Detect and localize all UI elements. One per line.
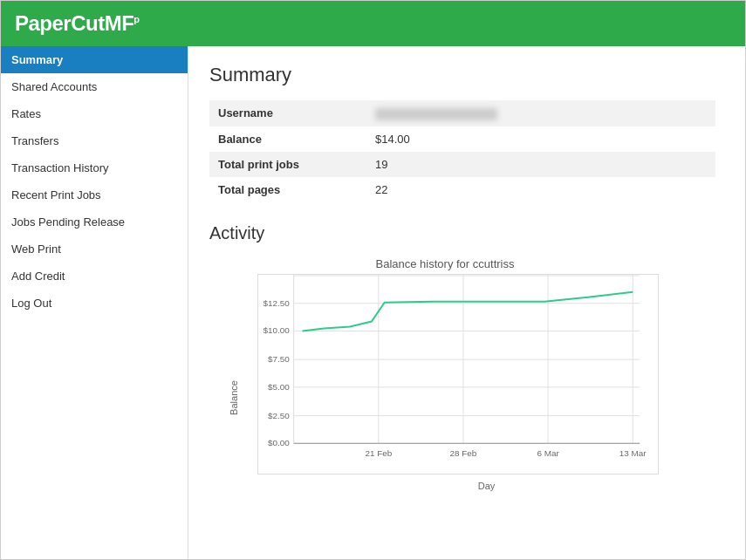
content-area: Summary Username Balance $14.00 Total pr… [188, 46, 745, 559]
sidebar-item-web-print[interactable]: Web Print [1, 236, 188, 263]
value-total-pages: 22 [366, 177, 715, 202]
x-axis-label: Day [292, 481, 681, 491]
value-balance: $14.00 [366, 126, 715, 152]
svg-text:$12.50: $12.50 [263, 297, 290, 307]
username-blur [375, 108, 497, 120]
label-balance: Balance [209, 126, 366, 152]
table-row: Total pages 22 [209, 177, 715, 202]
label-username: Username [209, 100, 366, 126]
svg-text:21 Feb: 21 Feb [365, 448, 392, 458]
value-username [366, 100, 715, 126]
svg-text:$5.00: $5.00 [268, 381, 290, 391]
value-total-print-jobs: 19 [366, 152, 715, 177]
svg-text:13 Mar: 13 Mar [619, 448, 647, 458]
sidebar-item-jobs-pending-release[interactable]: Jobs Pending Release [1, 208, 188, 236]
sidebar-item-log-out[interactable]: Log Out [1, 290, 188, 317]
summary-table: Username Balance $14.00 Total print jobs… [209, 100, 715, 202]
sidebar-item-summary[interactable]: Summary [1, 46, 188, 73]
sidebar-item-add-credit[interactable]: Add Credit [1, 263, 188, 290]
y-axis-label: Balance [229, 380, 239, 415]
sidebar-item-shared-accounts[interactable]: Shared Accounts [1, 73, 188, 100]
table-row: Username [209, 100, 715, 126]
page-title: Summary [209, 64, 724, 86]
app-container: PaperCutMFp Summary Shared Accounts Rate… [0, 0, 746, 560]
sidebar-item-rates[interactable]: Rates [1, 100, 188, 127]
sidebar-item-recent-print-jobs[interactable]: Recent Print Jobs [1, 181, 188, 208]
svg-text:$10.00: $10.00 [263, 325, 290, 335]
label-total-pages: Total pages [209, 177, 366, 202]
header: PaperCutMFp [1, 1, 745, 46]
chart-container: Balance history for ccuttriss Balance [209, 257, 681, 502]
table-row: Balance $14.00 [209, 126, 715, 152]
sidebar-item-transfers[interactable]: Transfers [1, 127, 188, 154]
table-row: Total print jobs 19 [209, 152, 715, 177]
sidebar-item-transaction-history[interactable]: Transaction History [1, 154, 188, 181]
label-total-print-jobs: Total print jobs [209, 152, 366, 177]
chart-svg: $0.00 $2.50 $5.00 $7.50 $10.00 $12.50 21… [257, 274, 659, 475]
activity-title: Activity [209, 223, 724, 243]
app-logo: PaperCutMFp [15, 11, 140, 36]
main-content: Summary Shared Accounts Rates Transfers … [1, 46, 745, 559]
svg-text:$7.50: $7.50 [268, 354, 290, 364]
sidebar: Summary Shared Accounts Rates Transfers … [1, 46, 188, 559]
chart-title: Balance history for ccuttriss [209, 257, 681, 270]
svg-text:$0.00: $0.00 [268, 438, 290, 447]
svg-text:6 Mar: 6 Mar [537, 448, 559, 458]
svg-text:$2.50: $2.50 [268, 410, 290, 420]
svg-text:28 Feb: 28 Feb [450, 448, 477, 458]
